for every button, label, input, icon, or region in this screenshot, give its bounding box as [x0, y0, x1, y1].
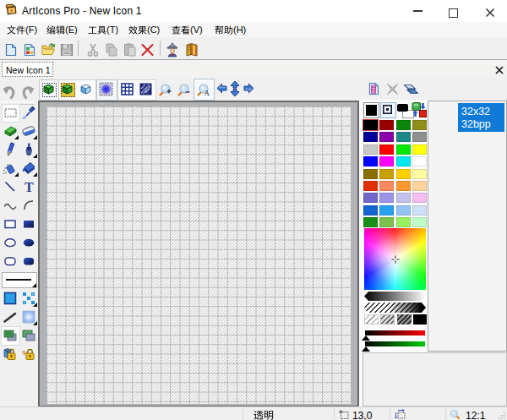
svg-text:A: A: [204, 89, 210, 97]
svg-text:T: T: [25, 180, 34, 194]
